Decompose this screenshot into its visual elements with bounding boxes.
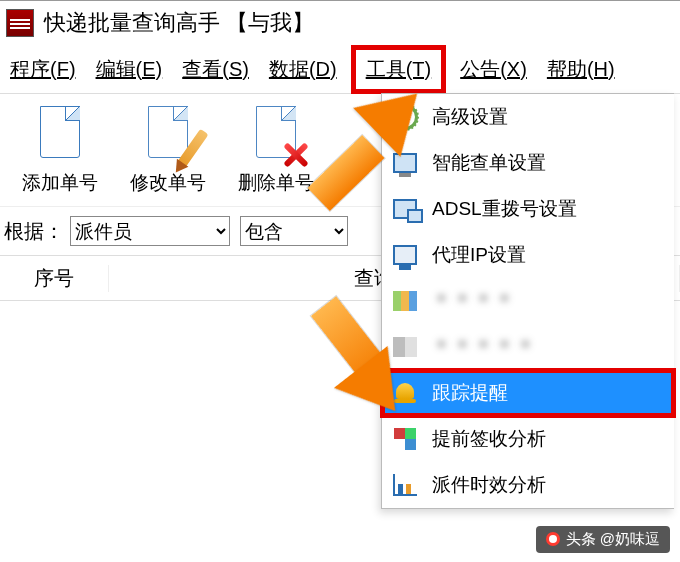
menu-data[interactable]: 数据(D) [259, 52, 347, 87]
bell-icon [392, 380, 418, 406]
menu-view[interactable]: 查看(S) [172, 52, 259, 87]
tools-item-label: 派件时效分析 [432, 472, 546, 498]
edit-file-icon [142, 104, 194, 166]
edit-number-button[interactable]: 修改单号 [114, 104, 222, 196]
app-window: 快递批量查询高手 【与我】 程序(F) 编辑(E) 查看(S) 数据(D) 工具… [0, 0, 680, 562]
tools-item-early-sign-analysis[interactable]: 提前签收分析 [382, 416, 674, 462]
pixel-icon [392, 288, 418, 314]
menu-help[interactable]: 帮助(H) [537, 52, 625, 87]
tools-item-blurred-1[interactable]: ＊＊＊＊ [382, 278, 674, 324]
gear-icon [392, 104, 418, 130]
filter-label: 根据： [4, 218, 64, 245]
monitor-icon [392, 150, 418, 176]
delete-number-label: 删除单号 [238, 170, 314, 196]
watermark-text: 头条 @奶味逗 [566, 530, 660, 547]
tools-item-track-reminder[interactable]: 跟踪提醒 [382, 370, 674, 416]
filter-operator-select[interactable]: 包含 [240, 216, 348, 246]
tools-item-label: 代理IP设置 [432, 242, 526, 268]
watermark: 头条 @奶味逗 [536, 526, 670, 553]
edit-number-label: 修改单号 [130, 170, 206, 196]
menu-notice[interactable]: 公告(X) [450, 52, 537, 87]
delete-file-icon [250, 104, 302, 166]
proxy-icon [392, 242, 418, 268]
tools-item-label: ＊＊＊＊ [432, 288, 516, 314]
bar-chart-icon [392, 472, 418, 498]
add-number-label: 添加单号 [22, 170, 98, 196]
tools-item-label: 提前签收分析 [432, 426, 546, 452]
tools-item-label: 智能查单设置 [432, 150, 546, 176]
menu-program[interactable]: 程序(F) [0, 52, 86, 87]
filter-field-select[interactable]: 派件员 [70, 216, 230, 246]
pixel-icon [392, 334, 418, 360]
menu-tools[interactable]: 工具(T) [351, 45, 447, 94]
network-icon [392, 196, 418, 222]
tools-item-label: ＊＊＊＊＊ [432, 334, 537, 360]
cubes-icon [392, 426, 418, 452]
tools-item-delivery-time-analysis[interactable]: 派件时效分析 [382, 462, 674, 508]
delete-number-button[interactable]: 删除单号 [222, 104, 330, 196]
tools-item-proxy-ip-settings[interactable]: 代理IP设置 [382, 232, 674, 278]
tools-item-advanced-settings[interactable]: 高级设置 [382, 94, 674, 140]
tools-item-label: 跟踪提醒 [432, 380, 508, 406]
menu-edit[interactable]: 编辑(E) [86, 52, 173, 87]
tools-item-blurred-2[interactable]: ＊＊＊＊＊ [382, 324, 674, 370]
titlebar: 快递批量查询高手 【与我】 [0, 1, 680, 45]
tools-dropdown: 高级设置 智能查单设置 ADSL重拨号设置 代理IP设置 ＊＊＊＊ ＊＊＊＊＊ … [381, 93, 674, 509]
tools-item-smart-query-settings[interactable]: 智能查单设置 [382, 140, 674, 186]
toutiao-logo-icon [546, 532, 560, 546]
tools-item-label: ADSL重拨号设置 [432, 196, 577, 222]
add-number-button[interactable]: 添加单号 [6, 104, 114, 196]
menubar: 程序(F) 编辑(E) 查看(S) 数据(D) 工具(T) 公告(X) 帮助(H… [0, 45, 680, 94]
tools-item-adsl-redial-settings[interactable]: ADSL重拨号设置 [382, 186, 674, 232]
app-logo-icon [6, 9, 34, 37]
window-title: 快递批量查询高手 【与我】 [44, 8, 314, 38]
col-index: 序号 [0, 265, 109, 292]
new-file-icon [34, 104, 86, 166]
tools-item-label: 高级设置 [432, 104, 508, 130]
